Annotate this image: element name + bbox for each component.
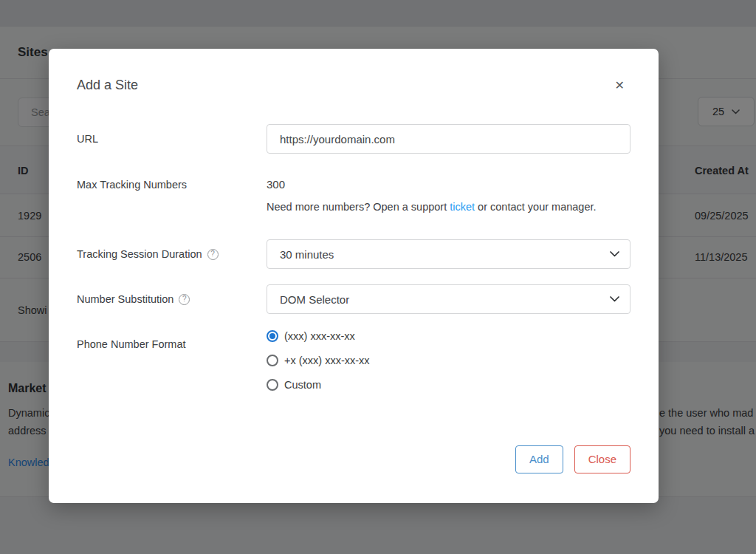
radio-label: (xxx) xxx-xx-xx: [284, 329, 355, 343]
radio-icon: [267, 330, 278, 342]
max-tracking-numbers-value: 300: [267, 177, 630, 192]
number-substitution-label: Number Substitution ?: [77, 292, 267, 307]
radio-label: Custom: [284, 377, 321, 392]
label-text: Number Substitution: [77, 292, 173, 307]
add-site-modal: Add a Site ✕ URL Max Tracking Numbers 30…: [49, 49, 659, 503]
session-duration-value: 30 minutes: [280, 248, 334, 261]
radio-icon: [267, 355, 278, 366]
radio-option-custom[interactable]: Custom: [267, 377, 630, 392]
max-tracking-numbers-label: Max Tracking Numbers: [77, 177, 267, 192]
help-icon[interactable]: ?: [179, 294, 190, 305]
session-duration-label: Tracking Session Duration ?: [77, 247, 267, 261]
support-ticket-link[interactable]: ticket: [450, 201, 475, 213]
url-input[interactable]: [267, 124, 630, 154]
radio-option-format-2[interactable]: +x (xxx) xxx-xx-xx: [267, 353, 630, 368]
help-icon[interactable]: ?: [207, 249, 219, 260]
screen: Sites 25 ID Created At 1929 09/25/2025 2…: [0, 0, 756, 554]
radio-option-format-1[interactable]: (xxx) xxx-xx-xx: [267, 329, 630, 343]
url-label: URL: [77, 131, 267, 146]
radio-icon: [267, 379, 278, 391]
modal-title: Add a Site: [77, 77, 138, 93]
add-button[interactable]: Add: [515, 445, 563, 473]
session-duration-select[interactable]: 30 minutes: [267, 239, 630, 269]
chevron-down-icon: [610, 296, 619, 302]
number-substitution-value: DOM Selector: [280, 293, 349, 306]
phone-number-format-label: Phone Number Format: [77, 329, 267, 352]
max-tracking-note: Need more numbers? Open a support ticket…: [267, 199, 630, 214]
note-text: Need more numbers? Open a support: [267, 201, 450, 213]
label-text: Tracking Session Duration: [77, 247, 202, 261]
close-icon[interactable]: ✕: [611, 77, 629, 95]
close-button[interactable]: Close: [574, 445, 630, 473]
chevron-down-icon: [610, 251, 619, 257]
note-text: or contact your manager.: [475, 201, 596, 213]
phone-format-radio-group: (xxx) xxx-xx-xx +x (xxx) xxx-xx-xx Custo…: [267, 329, 630, 392]
number-substitution-select[interactable]: DOM Selector: [267, 284, 630, 314]
radio-label: +x (xxx) xxx-xx-xx: [284, 353, 370, 368]
